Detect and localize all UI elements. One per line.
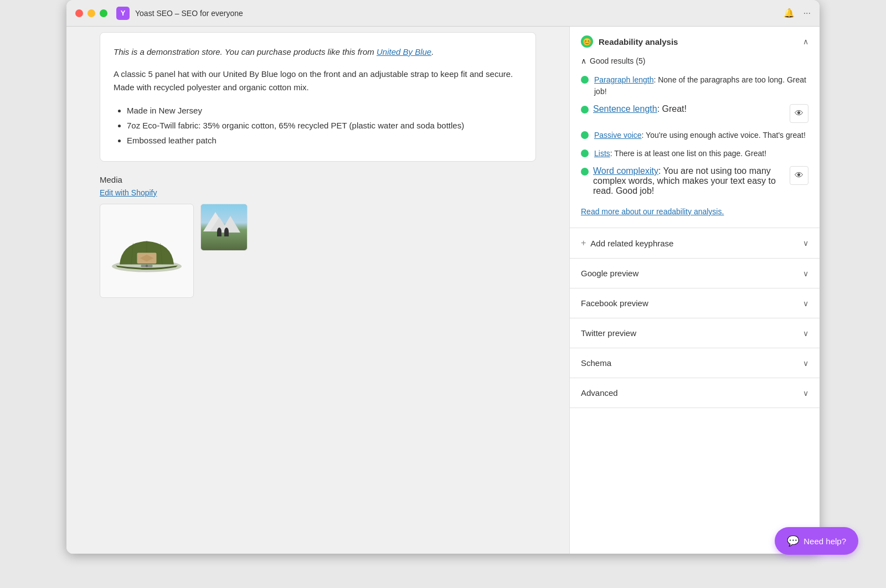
schema-chevron-icon: ∨ [803,359,808,368]
more-options-icon[interactable]: ··· [803,8,811,18]
lists-text: Lists: There is at least one list on thi… [594,148,808,159]
google-preview-header[interactable]: Google preview ∨ [570,259,820,288]
toggle-chevron-icon: ∧ [581,56,586,65]
plus-icon: + [581,238,586,248]
green-dot-icon [581,168,589,176]
product-features-list: Made in New Jersey 7oz Eco-Twill fabric:… [114,103,522,148]
word-complexity-content: Word complexity: You are not using too m… [581,166,785,196]
google-preview-chevron-icon: ∨ [803,269,808,278]
good-results-toggle[interactable]: ∧ Good results (5) [581,56,808,65]
sentence-length-result: Sentence length: Great! 👁 [581,104,808,123]
schema-header[interactable]: Schema ∨ [570,348,820,378]
add-keyphrase-section: + Add related keyphrase ∨ [570,228,820,259]
paragraph-length-text: Paragraph length: None of the paragraphs… [594,74,808,97]
need-help-button[interactable]: 💬 Need help? [775,527,858,555]
word-complexity-link[interactable]: Word complexity [593,166,658,176]
google-preview-section: Google preview ∨ [570,259,820,288]
schema-title: Schema [581,358,611,368]
left-panel: This is a demonstration store. You can p… [66,27,569,554]
read-more-readability-link[interactable]: Read more about our readability analysis… [581,207,724,216]
add-keyphrase-chevron-icon: ∨ [803,239,808,247]
chat-icon: 💬 [787,535,799,547]
twitter-preview-header[interactable]: Twitter preview ∨ [570,318,820,348]
passive-voice-text: Passive voice: You're using enough activ… [594,130,808,141]
lists-result: Lists: There is at least one list on thi… [581,148,808,159]
green-dot-icon [581,106,589,114]
close-button[interactable] [75,9,83,17]
advanced-header[interactable]: Advanced ∨ [570,378,820,408]
passive-voice-result: Passive voice: You're using enough activ… [581,130,808,141]
need-help-label: Need help? [803,537,846,546]
sentence-length-content: Sentence length: Great! [581,104,785,114]
list-item: Made in New Jersey [127,103,522,118]
facebook-preview-chevron-icon: ∨ [803,299,808,308]
sentence-length-eye-button[interactable]: 👁 [790,104,808,123]
word-complexity-result: Word complexity: You are not using too m… [581,166,808,196]
word-complexity-text: Word complexity: You are not using too m… [593,166,785,196]
window-title: Yoast SEO – SEO for everyone [135,9,243,18]
twitter-preview-section: Twitter preview ∨ [570,318,820,348]
green-dot-icon [581,149,589,157]
readability-header-left: 😊 Readability analysis [581,35,678,48]
product-image-secondary [200,204,248,251]
good-results-label: Good results (5) [590,56,645,65]
sentence-length-text: Sentence length: Great! [593,104,785,114]
facebook-preview-title: Facebook preview [581,298,648,308]
facebook-preview-section: Facebook preview ∨ [570,288,820,318]
readability-body: ∧ Good results (5) Paragraph length: Non… [570,56,820,228]
facebook-preview-header[interactable]: Facebook preview ∨ [570,288,820,318]
media-label: Media [100,175,536,184]
media-section: Media Edit with Shopify [100,175,536,298]
app-icon: Y [116,7,130,20]
media-thumbnails [100,204,536,298]
twitter-preview-title: Twitter preview [581,328,636,338]
green-dot-icon [581,76,589,84]
product-description-text: A classic 5 panel hat with our United By… [114,68,522,94]
title-bar-actions: 🔔 ··· [784,8,811,18]
right-panel: 😊 Readability analysis ∧ ∧ Good results … [569,27,820,554]
demo-store-link[interactable]: United By Blue [377,47,431,56]
passive-voice-link[interactable]: Passive voice [594,131,642,140]
word-complexity-eye-button[interactable]: 👁 [790,166,808,185]
product-description-card: This is a demonstration store. You can p… [100,32,536,162]
maximize-button[interactable] [100,9,107,17]
readability-smiley-icon: 😊 [581,35,593,48]
hat-image [108,218,186,284]
schema-section: Schema ∨ [570,348,820,378]
green-dot-icon [581,131,589,139]
readability-collapse-icon: ∧ [803,37,808,46]
google-preview-title: Google preview [581,269,638,278]
advanced-title: Advanced [581,388,618,398]
advanced-chevron-icon: ∨ [803,389,808,398]
sentence-length-link[interactable]: Sentence length [593,104,657,114]
list-item: 7oz Eco-Twill fabric: 35% organic cotton… [127,118,522,133]
add-keyphrase-header-left: + Add related keyphrase [581,238,673,248]
traffic-lights [75,9,107,17]
readability-section: 😊 Readability analysis ∧ ∧ Good results … [570,27,820,228]
product-image-main [100,204,194,298]
app-window: Y Yoast SEO – SEO for everyone 🔔 ··· Thi… [66,0,820,554]
title-bar-content: Y Yoast SEO – SEO for everyone [116,7,243,20]
share-icon[interactable]: 🔔 [784,8,795,18]
edit-with-shopify-link[interactable]: Edit with Shopify [100,188,157,197]
lists-link[interactable]: Lists [594,149,610,158]
paragraph-length-link[interactable]: Paragraph length [594,75,653,84]
content-area: This is a demonstration store. You can p… [66,27,820,554]
demo-notice: This is a demonstration store. You can p… [114,46,522,59]
readability-header[interactable]: 😊 Readability analysis ∧ [570,27,820,56]
advanced-section: Advanced ∨ [570,378,820,408]
twitter-preview-chevron-icon: ∨ [803,329,808,338]
readability-title: Readability analysis [599,37,678,47]
svg-point-7 [146,265,148,267]
add-keyphrase-title: Add related keyphrase [590,239,673,248]
minimize-button[interactable] [87,9,95,17]
list-item: Embossed leather patch [127,133,522,148]
title-bar: Y Yoast SEO – SEO for everyone 🔔 ··· [66,0,820,27]
add-keyphrase-header[interactable]: + Add related keyphrase ∨ [570,228,820,258]
paragraph-length-result: Paragraph length: None of the paragraphs… [581,74,808,97]
